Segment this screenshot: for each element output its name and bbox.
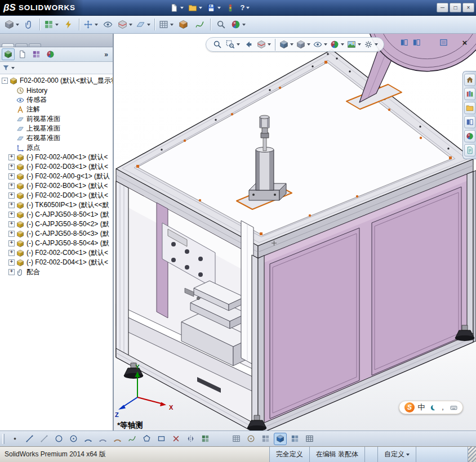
insert-components-button[interactable] bbox=[3, 17, 20, 32]
view-settings-button[interactable] bbox=[363, 38, 379, 51]
design-table-button[interactable] bbox=[303, 433, 316, 445]
view-palette-tab[interactable] bbox=[464, 116, 475, 128]
tree-expander[interactable]: + bbox=[8, 192, 15, 199]
tree-expander[interactable]: - bbox=[2, 78, 8, 84]
toolbar-grip[interactable] bbox=[2, 434, 5, 444]
section-view-button[interactable] bbox=[256, 38, 272, 51]
menu-view[interactable] bbox=[105, 0, 114, 15]
tree-component-c-ajpjg50-8-50-2[interactable]: + (-) C-AJPJG50-8-50<2> (默 bbox=[0, 219, 113, 229]
explode-line-sketch-button[interactable] bbox=[192, 17, 207, 32]
open-button[interactable] bbox=[186, 2, 204, 14]
graphics-area[interactable]: Y X Z *等轴测 bbox=[114, 34, 476, 430]
sketch-point-button[interactable] bbox=[8, 433, 21, 445]
tree-sensors-folder[interactable]: 传感器 bbox=[0, 95, 113, 105]
filter-funnel-icon[interactable] bbox=[2, 64, 10, 71]
appearances-tab[interactable] bbox=[464, 130, 475, 142]
tree-expander[interactable]: + bbox=[8, 221, 15, 227]
centerline-button[interactable] bbox=[38, 433, 51, 445]
perimeter-circle-button[interactable] bbox=[67, 433, 80, 445]
smart-fasteners-button[interactable] bbox=[61, 17, 76, 32]
spline-button[interactable] bbox=[126, 433, 139, 445]
configurationmanager-tab[interactable] bbox=[30, 48, 43, 60]
expand-panel-button[interactable]: » bbox=[101, 51, 111, 59]
tree-component-tk6050ip-1[interactable]: + (-) TK6050IP<1> (默认<<默 bbox=[0, 200, 113, 210]
three-point-arc-button[interactable] bbox=[111, 433, 124, 445]
sketch-line-button[interactable] bbox=[23, 433, 36, 445]
featuremanager-tree-tab[interactable] bbox=[2, 48, 15, 60]
rectangle-button[interactable] bbox=[155, 433, 168, 445]
tree-annotations-folder[interactable]: 注解 bbox=[0, 105, 113, 114]
tangent-arc-button[interactable] bbox=[96, 433, 109, 445]
tree-mates-folder[interactable]: + 配合 bbox=[0, 267, 113, 277]
propertymanager-tab[interactable] bbox=[16, 48, 29, 60]
tree-expander[interactable]: + bbox=[8, 154, 15, 160]
status-custom[interactable]: 自定义 bbox=[377, 447, 416, 462]
menu-toolbox[interactable] bbox=[132, 0, 141, 15]
exploded-view-button[interactable] bbox=[176, 17, 191, 32]
convert-entities-button[interactable] bbox=[230, 433, 243, 445]
pane-left-button[interactable] bbox=[399, 38, 409, 47]
ime-punctuation[interactable]: ， bbox=[439, 402, 447, 412]
tree-component-c-ajpjg50-8-50-4[interactable]: + (-) C-AJPJG50-8-50<4> (默 bbox=[0, 239, 113, 248]
close-button[interactable]: × bbox=[462, 3, 474, 12]
circle-button[interactable] bbox=[52, 433, 65, 445]
mate-button[interactable] bbox=[21, 17, 37, 32]
tab-sketch[interactable] bbox=[29, 43, 41, 47]
offset-entities-button[interactable] bbox=[244, 433, 257, 445]
minimize-button[interactable]: ─ bbox=[437, 3, 448, 12]
view-orientation-button[interactable] bbox=[278, 38, 295, 51]
close-document-button[interactable]: × bbox=[460, 38, 470, 47]
display-style-button[interactable] bbox=[295, 38, 312, 51]
ime-keyboard-icon[interactable] bbox=[450, 402, 457, 412]
apply-scene-button[interactable] bbox=[346, 38, 362, 51]
maximize-button[interactable]: □ bbox=[450, 3, 461, 12]
menu-help[interactable] bbox=[150, 0, 159, 15]
tree-component-c-ajpjg50-8-50-1[interactable]: + (-) C-AJPJG50-8-50<1> (默 bbox=[0, 210, 113, 219]
tree-expander[interactable]: + bbox=[8, 231, 15, 237]
display-grid-button[interactable] bbox=[259, 433, 272, 445]
interference-detection-button[interactable] bbox=[213, 17, 229, 32]
assembly-features-button[interactable] bbox=[117, 17, 134, 32]
tree-component-f02-002-d00-1[interactable]: + (-) F02-002-D00<1> (默认< bbox=[0, 191, 113, 200]
sogou-logo[interactable]: S bbox=[404, 402, 415, 412]
reference-geometry-button[interactable] bbox=[135, 17, 152, 32]
zoom-to-fit-button[interactable] bbox=[211, 38, 224, 51]
custom-properties-tab[interactable] bbox=[464, 144, 475, 156]
linear-component-pattern-button[interactable] bbox=[43, 17, 60, 32]
menu-window[interactable] bbox=[141, 0, 150, 15]
tree-top-plane[interactable]: 上视基准面 bbox=[0, 124, 113, 133]
tree-expander[interactable]: + bbox=[8, 183, 15, 189]
status-editing-assembly[interactable]: 在编辑 装配体 bbox=[309, 447, 364, 462]
polygon-button[interactable] bbox=[140, 433, 153, 445]
ime-mode-chinese[interactable]: 中 bbox=[417, 402, 425, 412]
status-fully-defined[interactable]: 完全定义 bbox=[269, 447, 309, 462]
previous-view-button[interactable] bbox=[242, 38, 255, 51]
move-component-button[interactable] bbox=[82, 17, 99, 32]
tree-expander[interactable]: + bbox=[8, 164, 15, 170]
displaymanager-tab[interactable] bbox=[44, 48, 57, 60]
centerpoint-arc-button[interactable] bbox=[82, 433, 95, 445]
bill-of-materials-button[interactable] bbox=[158, 17, 175, 32]
ime-moon-icon[interactable] bbox=[428, 402, 436, 412]
tree-component-c-ajpjg50-8-50-3[interactable]: + (-) C-AJPJG50-8-50<3> (默 bbox=[0, 229, 113, 239]
menu-tools[interactable] bbox=[123, 0, 132, 15]
tree-component-f02-002-a00-g-1[interactable]: + (-) F02-002-A00-g<1> (默认 bbox=[0, 172, 113, 181]
tree-component-f02-002-a00-1[interactable]: + (-) F02-002-A00<1> (默认< bbox=[0, 152, 113, 162]
tab-layout[interactable] bbox=[15, 43, 28, 47]
zoom-to-area-button[interactable] bbox=[225, 38, 241, 51]
tree-expander[interactable]: + bbox=[8, 250, 15, 256]
tree-component-f02-002-b00-1[interactable]: + (-) F02-002-B00<1> (默认< bbox=[0, 181, 113, 191]
trim-entities-button[interactable] bbox=[170, 433, 183, 445]
tree-right-plane[interactable]: 右视基准面 bbox=[0, 133, 113, 143]
pane-right-button[interactable] bbox=[411, 38, 421, 47]
tab-assembly[interactable] bbox=[2, 43, 14, 47]
appearances-button[interactable] bbox=[230, 17, 247, 32]
file-explorer-tab[interactable] bbox=[464, 102, 475, 114]
window-titlebar[interactable]: βS SOLIDWORKS ? ─□× bbox=[0, 0, 476, 16]
linear-sketch-pattern-button[interactable] bbox=[199, 433, 212, 445]
solidworks-resources-tab[interactable] bbox=[464, 74, 475, 86]
status-spacer[interactable] bbox=[364, 447, 377, 462]
tree-root-assembly[interactable]: - F02-002-000 (默认<默认_显示状 bbox=[0, 76, 113, 86]
edit-appearance-button[interactable] bbox=[329, 38, 345, 51]
tree-front-plane[interactable]: 前视基准面 bbox=[0, 114, 113, 124]
